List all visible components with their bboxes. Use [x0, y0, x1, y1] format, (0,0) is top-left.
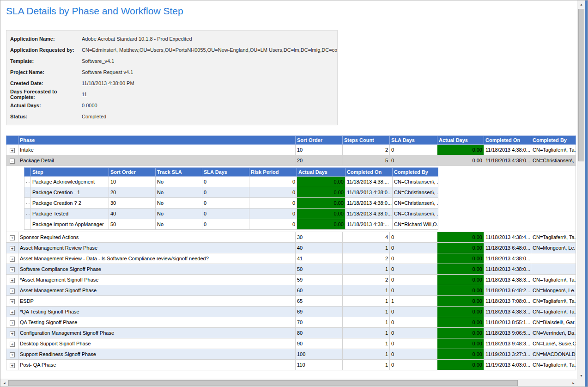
info-field-label: Days Forecasted to Complete:: [10, 89, 82, 100]
phase-header-expand: [6, 136, 18, 145]
application-info-panel: Application Name: Adobe Acrobat Standard…: [6, 30, 338, 125]
phase-actual-days: 0.00: [437, 307, 484, 317]
phase-sla-days: 0: [390, 264, 437, 275]
phase-header-sla-days: SLA Days: [390, 136, 437, 145]
phase-actual-days: 0.00: [437, 145, 484, 155]
step-name: Package Creation - 1: [31, 187, 109, 198]
expand-toggle-icon[interactable]: +: [10, 342, 15, 347]
vertical-scrollbar[interactable]: ▲ ▼: [577, 0, 585, 380]
phase-name: Support Readiness Signoff Phase: [18, 349, 296, 360]
phase-table: Phase Sort Order Steps Count SLA Days Ac…: [6, 135, 576, 370]
phase-sla-days: 0: [390, 285, 437, 296]
expand-toggle-icon[interactable]: +: [10, 148, 15, 153]
expand-toggle-icon[interactable]: +: [10, 257, 15, 262]
phase-sort-order: 69: [296, 307, 343, 317]
step-actual-days: 0.00: [297, 209, 346, 219]
phase-actual-days: 0.00: [437, 243, 484, 253]
phase-actual-days: 0.00: [437, 360, 484, 370]
step-sla-days: 0: [202, 187, 249, 198]
info-field-value: Software Request v4.1: [82, 69, 133, 75]
expand-cell: +: [6, 243, 18, 253]
collapse-toggle-icon[interactable]: −: [10, 159, 15, 164]
phase-sla-days: 0: [390, 349, 437, 360]
step-track-sla: No: [156, 198, 202, 209]
expand-toggle-icon[interactable]: +: [10, 289, 15, 294]
info-field-value: Adobe Acrobat Standard 10.1.8 - Prod Exp…: [82, 36, 192, 42]
phase-name: Sponsor Required Actions: [18, 232, 296, 243]
phase-sort-order: 20: [296, 155, 343, 166]
phase-actual-days: 0.00: [437, 155, 484, 166]
phase-actual-days: 0.00: [437, 275, 484, 285]
info-row: Application Requested by: CN=Edminster\,…: [10, 44, 337, 55]
expand-toggle-icon[interactable]: +: [10, 235, 15, 240]
info-row: Application Name: Adobe Acrobat Standard…: [10, 33, 337, 44]
horizontal-scrollbar-thumb[interactable]: [8, 380, 518, 386]
phase-sla-days: 0: [390, 253, 437, 264]
phase-name: Intake: [18, 145, 296, 155]
expand-toggle-icon[interactable]: +: [10, 310, 15, 315]
step-risk-period: 0: [249, 198, 297, 209]
phase-row: +Desktop Support Signoff Phase90100.0011…: [6, 338, 576, 349]
phase-steps-count: 1: [343, 360, 390, 370]
phase-completed-on: 11/18/2013 9:48:3...: [484, 338, 531, 349]
step-sla-days: 0: [202, 177, 249, 187]
expand-toggle-icon[interactable]: +: [10, 352, 15, 357]
scroll-left-button[interactable]: ◄: [0, 379, 8, 387]
phase-sla-days: 0: [390, 155, 437, 166]
phase-name: Asset Management Review - Data - Is Soft…: [18, 253, 296, 264]
phase-sort-order: 40: [296, 243, 343, 253]
phase-row: +*QA Testing Signoff Phase69100.0011/18/…: [6, 307, 576, 317]
expand-cell: +: [6, 264, 18, 275]
phase-steps-count: 1: [343, 285, 390, 296]
phase-row: +Sponsor Required Actions30400.0011/18/2…: [6, 232, 576, 243]
phase-row: −Package Detail20500.0011/18/2013 4:38:0…: [6, 155, 576, 166]
expand-toggle-icon[interactable]: +: [10, 299, 15, 304]
step-track-sla: No: [156, 177, 202, 187]
phase-sla-days: 0: [390, 317, 437, 328]
phase-header-row: Phase Sort Order Steps Count SLA Days Ac…: [6, 136, 576, 145]
step-row: Package Acknowledgement10No000.0011/18/2…: [24, 177, 438, 187]
info-row: Created Date: 11/18/2013 4:38:00 PM: [10, 78, 337, 89]
phase-sla-days: 0: [390, 275, 437, 285]
phase-actual-days: 0.00: [437, 349, 484, 360]
window-edge-strip: [585, 0, 588, 387]
phase-steps-count: 1: [343, 243, 390, 253]
phase-completed-on: 11/19/2013 4:03:0...: [484, 360, 531, 370]
scroll-up-button[interactable]: ▲: [577, 0, 585, 8]
phase-completed-by: CN=Verrinder\, Da...: [531, 328, 576, 338]
phase-completed-on: 11/19/2013 3:27:3...: [484, 349, 531, 360]
expand-toggle-icon[interactable]: +: [10, 320, 15, 326]
step-actual-days: 0.00: [297, 219, 346, 230]
horizontal-scrollbar[interactable]: ◄ ►: [0, 379, 577, 387]
step-row: Package Creation - 120No000.0011/18/2013…: [24, 187, 438, 198]
step-row: Package Tested40No000.0011/18/2013 4:38:…: [24, 209, 438, 219]
expand-cell: +: [6, 232, 18, 243]
expand-toggle-icon[interactable]: +: [10, 246, 15, 251]
expand-toggle-icon[interactable]: +: [10, 267, 15, 272]
step-risk-period: 0: [249, 177, 297, 187]
phase-completed-by: CN=Mongeon\, Le...: [531, 285, 576, 296]
step-sla-days: 0: [202, 198, 249, 209]
phase-sort-order: 80: [296, 328, 343, 338]
phase-completed-by: [531, 264, 576, 275]
phase-completed-on: 11/18/2013 7:08:0...: [484, 296, 531, 307]
phase-row: +Configuration Management Signoff Phase8…: [6, 328, 576, 338]
scroll-down-icon: ▼: [580, 374, 583, 377]
phase-completed-on: 11/18/2013 4:38:3...: [484, 307, 531, 317]
step-sort-order: 40: [109, 209, 156, 219]
phase-name: Post- QA Phase: [18, 360, 296, 370]
step-sla-days: 0: [202, 219, 249, 230]
info-field-label: Status:: [10, 114, 82, 119]
vertical-scrollbar-thumb[interactable]: [578, 9, 584, 161]
phase-name: QA Testing Signoff Phase: [18, 317, 296, 328]
phase-sla-days: 0: [390, 338, 437, 349]
scroll-up-icon: ▲: [580, 3, 583, 6]
expand-toggle-icon[interactable]: +: [10, 331, 15, 336]
step-track-sla: No: [156, 209, 202, 219]
expand-cell: −: [6, 155, 18, 166]
phase-sla-days: 0: [390, 145, 437, 155]
expand-toggle-icon[interactable]: +: [10, 278, 15, 283]
scroll-right-button[interactable]: ►: [570, 379, 577, 387]
phase-completed-by: CN=Tagliaferri\, Ta...: [531, 307, 576, 317]
expand-toggle-icon[interactable]: +: [10, 363, 15, 368]
